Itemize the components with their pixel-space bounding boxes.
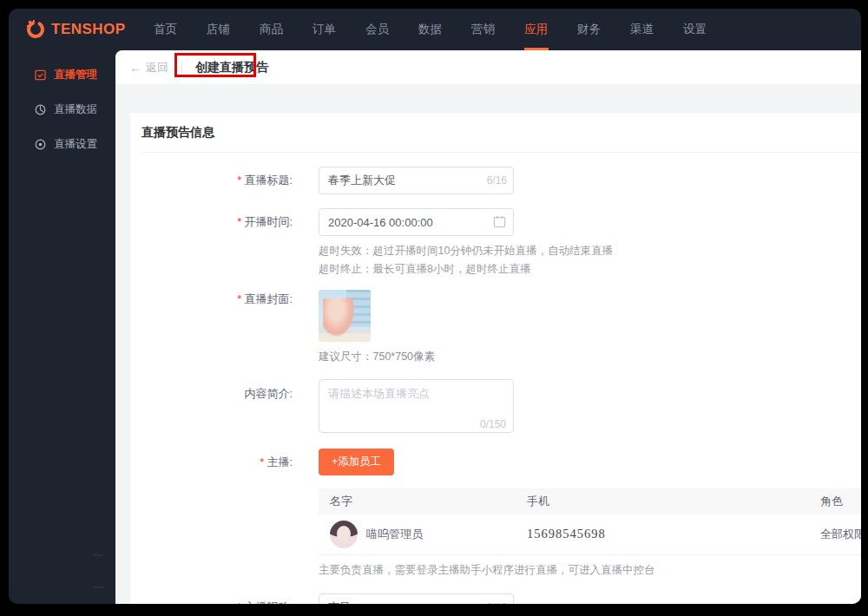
main-nav: 首页 店铺 商品 订单 会员 数据 营销 应用 财务 渠道 设置 xyxy=(139,9,721,50)
nav-item-home[interactable]: 首页 xyxy=(139,9,192,50)
tip-timeout-invalid: 超时失效：超过开播时间10分钟仍未开始直播，自动结束直播 xyxy=(319,242,613,260)
nav-item-shop[interactable]: 店铺 xyxy=(192,9,245,50)
top-navigation-bar: TENSHOP 首页 店铺 商品 订单 会员 数据 营销 应用 财务 渠道 设置 xyxy=(9,9,861,50)
sidebar-divider xyxy=(93,587,103,588)
start-time-input[interactable] xyxy=(319,208,514,236)
page-header: ← 返回 创建直播预告 xyxy=(115,50,861,84)
tenshop-logo-icon xyxy=(26,20,45,39)
nav-item-data[interactable]: 数据 xyxy=(404,9,457,50)
anchor-table: 名字 手机 角色 喵呜管理员 15698545698 xyxy=(319,488,861,555)
add-staff-button[interactable]: +添加员工 xyxy=(319,449,394,475)
section-title: 直播预告信息 xyxy=(141,125,861,152)
required-asterisk: * xyxy=(237,215,241,228)
back-button[interactable]: ← 返回 xyxy=(129,60,168,75)
nav-item-channels[interactable]: 渠道 xyxy=(615,9,668,50)
required-asterisk: * xyxy=(237,600,241,605)
field-intro: 内容简介: 0/150 xyxy=(141,379,861,436)
live-manage-icon xyxy=(35,69,46,81)
sidebar-item-live-data[interactable]: 直播数据 xyxy=(9,95,115,124)
calendar-icon[interactable] xyxy=(493,215,506,228)
logo-text: TENSHOP xyxy=(51,21,126,38)
col-header-role: 角色 xyxy=(820,494,861,509)
sidebar-item-label: 直播管理 xyxy=(54,68,97,82)
form-card: 直播预告信息 *直播标题: 6/16 xyxy=(130,113,861,604)
field-nickname: *主播昵称: 2/16 xyxy=(141,593,861,605)
sidebar-divider xyxy=(93,554,103,556)
cover-label: *直播封面: xyxy=(141,290,293,307)
live-data-icon xyxy=(35,104,46,115)
back-arrow-icon: ← xyxy=(129,62,141,74)
nav-item-apps[interactable]: 应用 xyxy=(510,9,562,50)
staff-phone: 15698545698 xyxy=(527,527,606,541)
anchor-table-header: 名字 手机 角色 xyxy=(319,488,861,514)
field-cover: *直播封面: 建议尺寸：750*750像素 xyxy=(141,290,861,364)
intro-label: 内容简介: xyxy=(141,379,293,402)
field-anchor: *主播: +添加员工 名字 手机 角色 xyxy=(141,449,861,578)
nav-item-members[interactable]: 会员 xyxy=(351,9,404,50)
start-time-tips: 超时失效：超过开播时间10分钟仍未开始直播，自动结束直播 超时终止：最长可直播8… xyxy=(319,242,613,279)
col-header-phone: 手机 xyxy=(527,494,820,509)
sidebar-item-live-settings[interactable]: 直播设置 xyxy=(9,130,115,159)
live-title-label: *直播标题: xyxy=(141,167,293,194)
required-asterisk: * xyxy=(260,455,264,469)
header-divider xyxy=(181,62,182,74)
sidebar: 直播管理 直播数据 直播设置 xyxy=(9,50,115,604)
cover-size-hint: 建议尺寸：750*750像素 xyxy=(319,350,435,364)
required-asterisk: * xyxy=(237,174,241,187)
start-time-label: *开播时间: xyxy=(141,208,293,236)
live-title-input[interactable] xyxy=(319,167,514,194)
nav-item-marketing[interactable]: 营销 xyxy=(457,9,510,50)
staff-avatar xyxy=(330,521,358,548)
main-content: ← 返回 创建直播预告 直播预告信息 *直播标题: xyxy=(115,50,861,604)
live-settings-icon xyxy=(35,139,46,150)
col-header-name: 名字 xyxy=(319,494,527,509)
nav-item-settings[interactable]: 设置 xyxy=(668,9,721,50)
intro-counter: 0/150 xyxy=(480,418,506,430)
nickname-label: *主播昵称: xyxy=(141,593,293,605)
sidebar-item-label: 直播设置 xyxy=(54,137,97,152)
tenshop-logo[interactable]: TENSHOP xyxy=(26,20,130,39)
required-asterisk: * xyxy=(237,292,241,305)
nav-item-goods[interactable]: 商品 xyxy=(245,9,298,50)
sidebar-item-live-manage[interactable]: 直播管理 xyxy=(9,61,115,89)
page-title: 创建直播预告 xyxy=(195,60,268,75)
live-title-counter: 6/16 xyxy=(487,167,507,194)
anchor-tip: 主要负责直播，需要登录主播助手小程序进行直播，可进入直播中控台 xyxy=(319,563,861,578)
tip-timeout-stop: 超时终止：最长可直播8小时，超时终止直播 xyxy=(319,260,613,279)
sidebar-item-label: 直播数据 xyxy=(54,102,97,117)
cover-image[interactable] xyxy=(319,290,371,342)
staff-name: 喵呜管理员 xyxy=(366,527,423,542)
field-live-title: *直播标题: 6/16 xyxy=(141,167,861,194)
app-window: TENSHOP 首页 店铺 商品 订单 会员 数据 营销 应用 财务 渠道 设置… xyxy=(9,9,861,604)
nav-item-finance[interactable]: 财务 xyxy=(562,9,615,50)
nav-item-orders[interactable]: 订单 xyxy=(298,9,351,50)
back-label: 返回 xyxy=(146,60,168,75)
field-start-time: *开播时间: 超时失效：超过开播时间 xyxy=(141,208,861,279)
anchor-table-row: 喵呜管理员 15698545698 全部权限 xyxy=(319,514,861,555)
nickname-counter: 2/16 xyxy=(487,593,507,605)
staff-role: 全部权限 xyxy=(820,528,861,541)
anchor-label: *主播: xyxy=(141,449,293,470)
nickname-input[interactable] xyxy=(319,593,514,605)
